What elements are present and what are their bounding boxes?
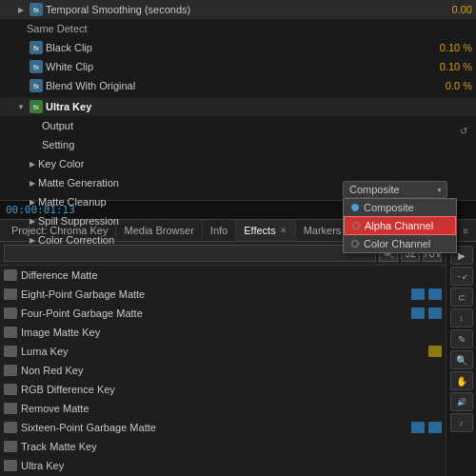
list-item-ultra-key[interactable]: Ultra Key [0,456,446,475]
list-item-difference-matte[interactable]: Difference Matte [0,266,446,285]
accel-icon-1 [411,288,425,300]
effect-name-track-matte: Track Matte Key [21,441,97,452]
list-item-remove-matte[interactable]: Remove Matte [0,399,446,418]
tool-zoom-btn[interactable]: 🔍 [450,350,473,369]
effect-list-icon [4,441,17,452]
right-toolbar: ▶ →↙ ⊂ ↕ ✎ 🔍 ✋ 🔊 ♪ [446,242,476,476]
effect-name-non-red: Non Red Key [21,365,83,376]
ultra-key-label: Ultra Key [46,101,472,112]
output-dropdown[interactable]: Composite Composite Alpha Channel Color … [343,181,447,198]
reset-button[interactable]: ↺ [457,124,470,137]
output-row: Output Composite Composite Alpha Channel [0,116,476,135]
accel-icon-2 [428,288,442,300]
dropdown-trigger[interactable]: Composite [343,181,447,198]
effect-list-icon [4,365,17,376]
color-channel-label: Color Channel [364,238,430,249]
effect-icon-white: fx [30,60,43,73]
accel-icon-2 [428,422,442,433]
radio-composite [351,204,359,211]
effect-list-icon [4,307,17,319]
expand-arrow[interactable]: ▶ [15,4,27,15]
accel-icon-1 [411,307,425,319]
tool-vol-btn[interactable]: 🔊 [450,392,473,411]
effect-name-four-point: Four-Point Garbage Matte [21,307,143,319]
black-clip-row: fx Black Clip 0.10 % [0,38,476,57]
list-item-eight-point-garbage-matte[interactable]: Eight-Point Garbage Matte [0,285,446,304]
main-content: 🔍 32 TUV Difference Matte Eight-Point Ga… [0,242,476,476]
radio-alpha [352,222,360,229]
list-item-rgb-difference[interactable]: RGB Difference Key [0,380,446,399]
effect-name-rgb-difference: RGB Difference Key [21,384,115,395]
dropdown-item-color[interactable]: Color Channel [344,235,456,252]
temporal-smoothing-label: Temporal Smoothing (seconds) [46,4,434,15]
list-item-luma-key[interactable]: Luma Key [0,342,446,361]
accel-icon-2 [428,307,442,319]
matte-cleanup-expand[interactable]: ▶ [27,196,38,208]
ultra-key-row: ▼ fx Ultra Key [0,97,476,116]
black-clip-value[interactable]: 0.10 % [434,42,472,53]
accel-icon-yellow [428,346,442,357]
dropdown-item-composite[interactable]: Composite [344,199,456,216]
tool-pen-btn[interactable]: ✎ [450,329,473,348]
expand-arrow-blend [15,80,27,91]
dropdown-menu: Composite Alpha Channel Color Channel [343,198,457,253]
list-item-sixteen-point[interactable]: Sixteen-Point Garbage Matte [0,418,446,437]
ultra-key-icon: fx [30,100,43,113]
effect-icon-black: fx [30,41,43,54]
black-clip-label: Black Clip [46,42,434,53]
list-item-track-matte[interactable]: Track Matte Key [0,437,446,456]
tool-razor-btn[interactable]: ⊂ [450,288,473,307]
effect-name-remove-matte: Remove Matte [21,403,89,414]
temporal-smoothing-row: ▶ fx Temporal Smoothing (seconds) 0.00 [0,0,476,19]
radio-color [351,240,359,248]
effect-icon: fx [30,3,43,16]
key-color-label: Key Color [38,158,472,169]
blend-original-value[interactable]: 0.0 % [434,80,472,91]
effect-controls-panel: ▶ fx Temporal Smoothing (seconds) 0.00 S… [0,0,476,200]
effect-list-icon [4,422,17,433]
effect-list-icon [4,403,17,414]
effects-panel: 🔍 32 TUV Difference Matte Eight-Point Ga… [0,242,446,476]
blend-original-row: fx Blend With Original 0.0 % [0,76,476,95]
spill-suppress-expand[interactable]: ▶ [27,215,38,227]
setting-row: Setting [0,135,476,154]
effect-list-icon [4,269,17,281]
same-detect-row: Same Detect [0,19,476,38]
effect-icon-blend: fx [30,79,43,92]
effect-name-image-matte: Image Matte Key [21,327,100,338]
white-clip-label: White Clip [46,61,434,72]
effect-list-icon [4,346,17,357]
expand-arrow-black [15,42,27,53]
alpha-label: Alpha Channel [365,220,433,231]
list-item-image-matte-key[interactable]: Image Matte Key [0,323,446,342]
effect-list-icon [4,460,17,471]
color-correction-expand[interactable]: ▶ [27,234,38,246]
matte-gen-expand[interactable]: ▶ [27,177,38,188]
ultra-key-expand[interactable]: ▼ [15,101,27,112]
effect-name-luma-key: Luma Key [21,346,69,357]
output-label: Output [27,120,472,131]
accel-icon-1 [411,422,425,433]
setting-label: Setting [27,139,472,150]
key-color-expand[interactable]: ▶ [27,158,38,169]
effect-name-sixteen-point: Sixteen-Point Garbage Matte [21,422,156,433]
blend-original-label: Blend With Original [46,80,434,91]
composite-label: Composite [364,202,414,213]
effects-list: Difference Matte Eight-Point Garbage Mat… [0,266,446,476]
same-detect-label: Same Detect [27,23,472,34]
list-item-four-point-garbage-matte[interactable]: Four-Point Garbage Matte [0,304,446,323]
tool-vol2-btn[interactable]: ♪ [450,413,473,432]
temporal-smoothing-value[interactable]: 0.00 [434,4,472,15]
tool-track-btn[interactable]: →↙ [450,267,473,286]
effect-name-ultra-key: Ultra Key [21,460,64,471]
effect-list-icon [4,327,17,338]
expand-arrow-white [15,61,27,72]
effect-list-icon [4,288,17,300]
tool-slip-btn[interactable]: ↕ [450,308,473,327]
tool-hand-btn[interactable]: ✋ [450,371,473,390]
list-item-non-red-key[interactable]: Non Red Key [0,361,446,380]
white-clip-value[interactable]: 0.10 % [434,61,472,72]
effect-list-icon [4,384,17,395]
white-clip-row: fx White Clip 0.10 % [0,57,476,76]
dropdown-item-alpha[interactable]: Alpha Channel [344,216,456,235]
